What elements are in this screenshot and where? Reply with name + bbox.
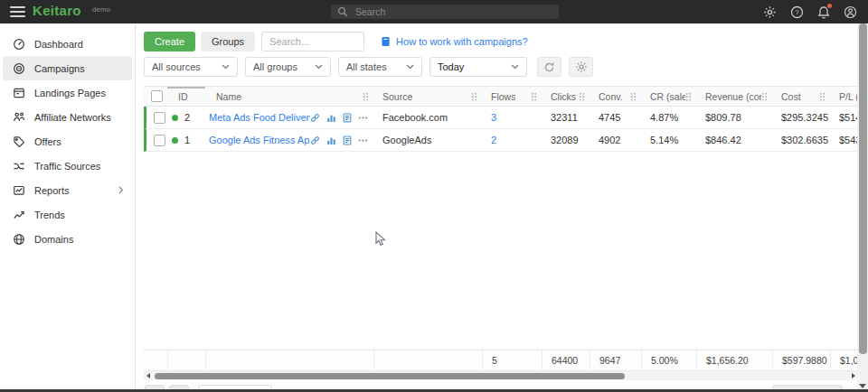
- scroll-down-icon[interactable]: [859, 384, 866, 388]
- column-drag-handle-icon[interactable]: [630, 92, 637, 101]
- column-drag-handle-icon[interactable]: [363, 92, 369, 101]
- column-drag-handle-icon[interactable]: [685, 92, 692, 101]
- column-drag-handle-icon[interactable]: [819, 92, 826, 101]
- top-bar: Keitaro demo ?: [0, 0, 868, 23]
- sources-filter-dropdown[interactable]: All sources: [144, 57, 238, 77]
- conversions-value: 4745: [590, 107, 641, 128]
- column-header-id[interactable]: ID: [167, 87, 205, 106]
- status-active-icon: [172, 137, 178, 144]
- date-range-value: Today: [438, 61, 464, 72]
- sidebar-item-campaigns[interactable]: Campaigns: [3, 56, 132, 80]
- reports-icon: [13, 184, 25, 197]
- total-conversions: 9647: [590, 350, 641, 370]
- row-checkbox[interactable]: [154, 135, 165, 146]
- table-empty-area: [144, 152, 857, 350]
- sidebar-item-dashboard[interactable]: Dashboard: [3, 32, 132, 56]
- flows-link[interactable]: 3: [491, 112, 496, 123]
- help-icon[interactable]: ?: [790, 5, 804, 19]
- vertical-scrollbar[interactable]: [857, 23, 868, 392]
- horizontal-scroll-thumb[interactable]: [155, 373, 625, 379]
- help-link-label: How to work with campaigns?: [396, 36, 528, 47]
- column-drag-handle-icon[interactable]: [579, 92, 585, 101]
- column-header-clicks[interactable]: Clicks: [542, 87, 590, 106]
- hamburger-menu-icon[interactable]: [10, 6, 25, 17]
- column-header-source[interactable]: Source: [373, 87, 482, 106]
- sidebar-item-domains[interactable]: Domains: [3, 227, 132, 251]
- row-actions: [310, 113, 373, 123]
- states-filter-dropdown[interactable]: All states: [338, 57, 422, 77]
- column-drag-handle-icon[interactable]: [471, 92, 477, 101]
- column-drag-handle-icon[interactable]: [761, 92, 768, 101]
- cr-value: 5.14%: [641, 129, 696, 151]
- row-checkbox[interactable]: [154, 112, 165, 124]
- brand-logo[interactable]: Keitaro: [33, 3, 81, 18]
- sidebar-item-reports[interactable]: Reports: [3, 178, 132, 202]
- column-header-cost[interactable]: Cost: [772, 87, 830, 106]
- chevron-right-icon: [118, 186, 124, 194]
- more-actions-icon[interactable]: [358, 113, 368, 123]
- column-header-cr-sales[interactable]: CR (sales): [641, 87, 696, 106]
- table-settings-button[interactable]: [569, 57, 593, 77]
- campaign-link-icon[interactable]: [310, 113, 320, 123]
- main-content: Create Groups How to work with campaigns…: [137, 23, 857, 392]
- pl-value: $514: [830, 107, 857, 128]
- select-all-checkbox[interactable]: [151, 90, 163, 102]
- sidebar-item-label: Domains: [34, 234, 73, 245]
- create-button[interactable]: Create: [144, 32, 195, 51]
- global-search[interactable]: [331, 5, 559, 19]
- column-header-name[interactable]: Name: [205, 87, 373, 106]
- campaign-name-link[interactable]: Meta Ads Food Delivery Promo: [209, 112, 310, 123]
- groups-button[interactable]: Groups: [201, 32, 255, 51]
- table-header-row: ID Name Source Flows Clicks Conv. CR (sa…: [144, 86, 857, 107]
- scroll-left-icon[interactable]: [144, 371, 152, 380]
- settings-gear-icon[interactable]: [763, 5, 777, 19]
- groups-filter-dropdown[interactable]: All groups: [245, 57, 331, 77]
- flows-link[interactable]: 2: [491, 135, 496, 145]
- date-range-dropdown[interactable]: Today: [429, 57, 527, 77]
- traffic-sources-icon: [13, 160, 25, 173]
- campaign-notes-icon[interactable]: [343, 113, 352, 123]
- dashboard-icon: [13, 38, 25, 51]
- refresh-button[interactable]: [537, 57, 561, 77]
- vertical-scroll-thumb[interactable]: [859, 23, 867, 354]
- refresh-icon: [543, 61, 555, 73]
- domains-globe-icon: [13, 233, 25, 246]
- sidebar-item-label: Reports: [34, 185, 70, 196]
- account-icon[interactable]: [844, 5, 857, 19]
- campaign-link-icon[interactable]: [310, 135, 320, 145]
- campaign-id: 2: [184, 112, 190, 123]
- table-row[interactable]: 1 Google Ads Fitness App Split GoogleAds…: [144, 129, 857, 152]
- landing-page-icon: [13, 87, 25, 99]
- column-header-flows[interactable]: Flows: [482, 87, 542, 106]
- filters-bar: All sources All groups All states Today: [144, 57, 600, 77]
- offers-tag-icon: [13, 135, 25, 148]
- status-active-icon: [172, 115, 178, 121]
- sidebar-item-landings-pages[interactable]: Landings Pages: [3, 80, 132, 105]
- campaigns-table: ID Name Source Flows Clicks Conv. CR (sa…: [144, 86, 857, 380]
- column-header-pl[interactable]: P/L (: [830, 87, 857, 106]
- table-row[interactable]: 2 Meta Ads Food Delivery Promo Facebook.…: [144, 107, 857, 129]
- sidebar-item-affiliate-networks[interactable]: Affiliate Networks: [3, 105, 132, 129]
- row-actions: [310, 135, 373, 145]
- sidebar-item-trends[interactable]: Trends: [3, 202, 132, 227]
- global-search-input[interactable]: [354, 5, 552, 18]
- notifications-bell-icon[interactable]: [817, 5, 830, 19]
- column-header-conv[interactable]: Conv.: [590, 87, 641, 106]
- campaign-name-link[interactable]: Google Ads Fitness App Split: [209, 135, 310, 145]
- horizontal-scrollbar[interactable]: [144, 371, 857, 380]
- help-campaigns-link[interactable]: How to work with campaigns?: [381, 36, 528, 47]
- sidebar-item-traffic-sources[interactable]: Traffic Sources: [3, 154, 132, 178]
- column-drag-handle-icon[interactable]: [531, 92, 537, 101]
- campaign-notes-icon[interactable]: [343, 135, 352, 145]
- scroll-right-icon[interactable]: [849, 371, 857, 380]
- sidebar-item-offers[interactable]: Offers: [3, 129, 132, 154]
- keitaro-app: Keitaro demo ?: [0, 0, 868, 392]
- horizontal-scroll-track[interactable]: [152, 371, 849, 380]
- campaign-stats-icon[interactable]: [326, 135, 336, 145]
- sidebar-item-label: Campaigns: [34, 63, 85, 74]
- campaign-source: Facebook.com: [373, 107, 482, 128]
- column-header-revenue[interactable]: Revenue (con…: [696, 87, 772, 106]
- campaign-stats-icon[interactable]: [326, 113, 336, 123]
- more-actions-icon[interactable]: [358, 135, 368, 145]
- campaigns-search-input[interactable]: [261, 32, 364, 51]
